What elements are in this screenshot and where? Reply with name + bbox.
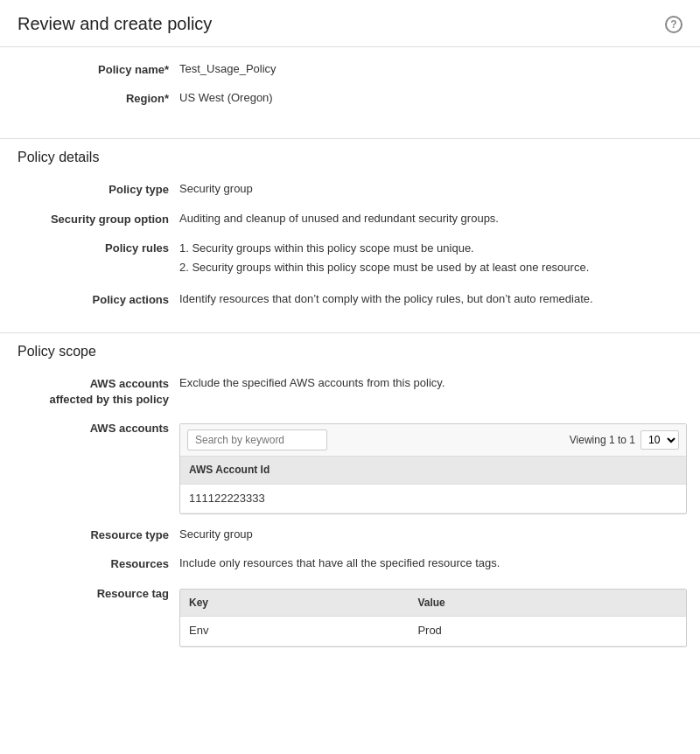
- key-cell: Env: [180, 617, 409, 646]
- account-id-column-header: AWS Account Id: [180, 457, 686, 484]
- policy-rules-value: 1. Security groups within this policy sc…: [179, 240, 682, 279]
- aws-accounts-affected-row: AWS accounts affected by this policy Exc…: [18, 375, 682, 408]
- table-row: EnvProd: [180, 617, 686, 646]
- aws-accounts-table: AWS Account Id 111122223333: [180, 457, 686, 513]
- table-row: 111122223333: [180, 485, 686, 513]
- resource-tag-row: Resource tag Key Value EnvProd: [18, 585, 682, 647]
- aws-accounts-affected-value: Exclude the specified AWS accounts from …: [179, 375, 682, 391]
- page-container: Review and create policy ? Policy name* …: [0, 0, 700, 754]
- pagination-text: Viewing 1 to 1: [570, 433, 635, 448]
- value-cell: Prod: [409, 617, 686, 646]
- help-icon[interactable]: ?: [665, 16, 682, 33]
- policy-details-heading: Policy details: [0, 138, 700, 174]
- policy-name-label: Policy name*: [18, 61, 179, 78]
- policy-actions-row: Policy actions Identify resources that d…: [18, 291, 682, 308]
- table-header-row: AWS Account Id: [180, 457, 686, 484]
- aws-accounts-table-container: Viewing 1 to 1 10 25 50 AWS Account Id: [179, 420, 687, 514]
- region-value: US West (Oregon): [179, 90, 682, 106]
- policy-rules-row: Policy rules 1. Security groups within t…: [18, 240, 682, 279]
- resource-type-row: Resource type Security group: [18, 527, 682, 543]
- resources-row: Resources Include only resources that ha…: [18, 555, 682, 572]
- policy-actions-label: Policy actions: [18, 291, 179, 308]
- value-column-header: Value: [409, 590, 686, 617]
- basic-info-section: Policy name* Test_Usage_Policy Region* U…: [0, 47, 700, 133]
- policy-type-row: Policy type Security group: [18, 181, 682, 198]
- resource-tag-table-container: Key Value EnvProd: [179, 585, 687, 647]
- security-group-option-row: Security group option Auditing and clean…: [18, 211, 682, 227]
- resource-tag-header-row: Key Value: [180, 590, 686, 617]
- key-column-header: Key: [180, 590, 409, 617]
- page-title: Review and create policy: [18, 14, 212, 34]
- aws-accounts-label: AWS accounts: [18, 420, 179, 436]
- resource-type-label: Resource type: [18, 527, 179, 543]
- pagination-select[interactable]: 10 25 50: [640, 430, 679, 450]
- page-header: Review and create policy ?: [0, 0, 700, 47]
- resource-tag-label: Resource tag: [18, 585, 179, 602]
- policy-type-value: Security group: [179, 181, 682, 197]
- region-label: Region*: [18, 90, 179, 107]
- resource-tag-table-wrapper: Key Value EnvProd: [179, 589, 687, 647]
- aws-accounts-table-wrapper: Viewing 1 to 1 10 25 50 AWS Account Id: [179, 423, 687, 514]
- account-id-cell: 111122223333: [180, 485, 686, 513]
- table-pagination: Viewing 1 to 1 10 25 50: [570, 430, 679, 450]
- policy-scope-heading: Policy scope: [0, 332, 700, 368]
- list-item: 1. Security groups within this policy sc…: [179, 240, 682, 257]
- list-item: 2. Security groups within this policy sc…: [179, 259, 682, 276]
- resource-tag-table: Key Value EnvProd: [180, 590, 686, 646]
- policy-name-value: Test_Usage_Policy: [179, 61, 682, 77]
- policy-rules-list: 1. Security groups within this policy sc…: [179, 240, 682, 276]
- policy-details-section: Policy type Security group Security grou…: [0, 174, 700, 327]
- resource-type-value: Security group: [179, 527, 682, 542]
- resources-label: Resources: [18, 555, 179, 572]
- resource-tag-body: EnvProd: [180, 617, 686, 646]
- aws-accounts-row: AWS accounts Viewing 1 to 1 10 25 50: [18, 420, 682, 514]
- policy-name-row: Policy name* Test_Usage_Policy: [18, 61, 682, 78]
- security-group-option-value: Auditing and cleanup of unused and redun…: [179, 211, 682, 227]
- table-body: 111122223333: [180, 485, 686, 513]
- policy-scope-section: AWS accounts affected by this policy Exc…: [0, 368, 700, 667]
- policy-rules-label: Policy rules: [18, 240, 179, 256]
- policy-type-label: Policy type: [18, 181, 179, 198]
- policy-actions-value: Identify resources that don’t comply wit…: [179, 291, 682, 307]
- search-input[interactable]: [187, 429, 327, 450]
- security-group-option-label: Security group option: [18, 211, 179, 227]
- resources-value: Include only resources that have all the…: [179, 555, 682, 571]
- aws-accounts-affected-label: AWS accounts affected by this policy: [18, 375, 179, 408]
- region-row: Region* US West (Oregon): [18, 90, 682, 107]
- table-toolbar: Viewing 1 to 1 10 25 50: [180, 424, 686, 457]
